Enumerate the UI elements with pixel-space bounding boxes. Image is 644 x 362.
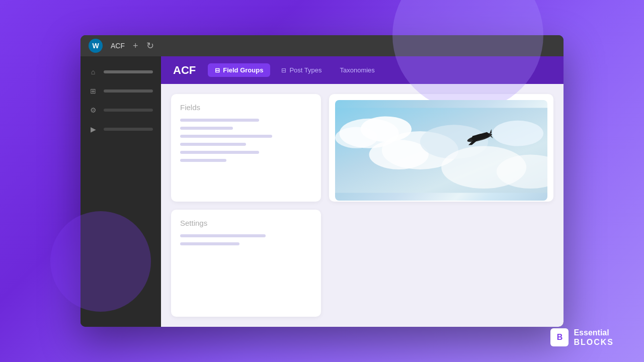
sidebar-item-media[interactable]: ▶ — [80, 120, 161, 139]
gear-icon: ⚙ — [89, 106, 98, 115]
field-line-2 — [180, 127, 233, 130]
eb-logo: B — [550, 328, 569, 346]
field-line-5 — [180, 151, 259, 154]
svg-point-5 — [369, 140, 428, 169]
airplane-image — [335, 100, 547, 201]
fields-card: Fields — [171, 94, 321, 202]
settings-card: Settings — [171, 210, 321, 317]
grid-icon: ⊞ — [89, 86, 98, 96]
taxonomies-label: Taxonomies — [340, 66, 374, 74]
bg-decoration-2 — [50, 211, 151, 312]
acf-navigation: ⊟ Field Groups ⊟ Post Types Taxonomies — [208, 63, 382, 77]
post-types-label: Post Types — [289, 66, 321, 74]
svg-point-3 — [335, 127, 377, 148]
add-icon[interactable]: + — [133, 41, 138, 51]
eb-text-line1: Essential — [574, 328, 614, 337]
tab-taxonomies[interactable]: Taxonomies — [333, 63, 381, 77]
settings-line-1 — [180, 234, 266, 237]
settings-card-lines — [180, 234, 312, 245]
settings-line-2 — [180, 242, 239, 245]
refresh-icon[interactable]: ↻ — [146, 40, 154, 51]
home-icon: ⌂ — [89, 67, 98, 76]
sidebar-line-3 — [104, 109, 153, 112]
tab-field-groups[interactable]: ⊟ Field Groups — [208, 63, 270, 77]
post-types-icon: ⊟ — [281, 67, 286, 74]
sidebar-line-1 — [104, 70, 153, 73]
field-groups-label: Field Groups — [223, 66, 263, 74]
fields-card-title: Fields — [180, 103, 312, 112]
field-line-6 — [180, 159, 226, 162]
field-line-1 — [180, 119, 259, 122]
svg-point-8 — [492, 121, 543, 146]
cards-area: Fields — [161, 84, 564, 327]
fields-card-lines — [180, 119, 312, 162]
sidebar-line-4 — [104, 128, 153, 131]
wordpress-logo: W — [89, 39, 103, 53]
eb-badge: B Essential BLOCKS — [550, 328, 614, 347]
play-icon: ▶ — [89, 125, 98, 134]
eb-text-line2: BLOCKS — [574, 337, 614, 347]
sky-svg — [335, 100, 547, 201]
field-groups-icon: ⊟ — [215, 67, 220, 74]
sidebar-item-home[interactable]: ⌂ — [80, 62, 161, 81]
sidebar-line-2 — [104, 89, 153, 93]
eb-text: Essential BLOCKS — [574, 328, 614, 347]
settings-card-title: Settings — [180, 219, 312, 227]
tab-post-types[interactable]: ⊟ Post Types — [274, 63, 329, 77]
acf-title: ACF — [173, 64, 196, 77]
sidebar-item-settings[interactable]: ⚙ — [80, 101, 161, 120]
field-line-3 — [180, 135, 272, 138]
sidebar-item-fields[interactable]: ⊞ — [80, 81, 161, 101]
image-card — [329, 94, 553, 202]
acf-topbar-label: ACF — [111, 42, 125, 50]
field-line-4 — [180, 143, 246, 146]
